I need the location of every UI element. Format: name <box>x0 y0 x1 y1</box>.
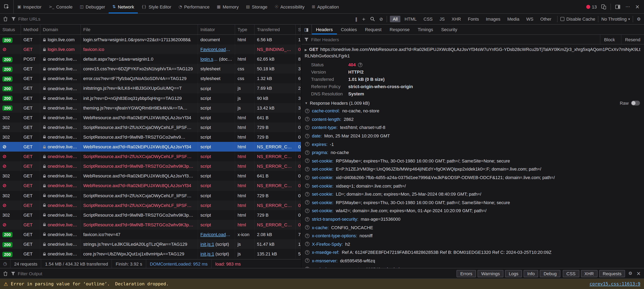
request-row[interactable]: 200 POST onedrive.live… default.aspx?apr… <box>0 54 301 64</box>
pick-element-button[interactable] <box>0 0 14 13</box>
request-row[interactable]: ⊘ GET onedrive.live… WebResource.axd?d=R… <box>0 142 301 152</box>
type-filter-fonts[interactable]: Fonts <box>465 16 482 22</box>
clear-console-button[interactable] <box>2 271 8 276</box>
console-filter-logs[interactable]: Logs <box>505 270 522 277</box>
tab-accessibility[interactable]: ☉Accessibility <box>271 0 308 13</box>
close-console-button[interactable]: × <box>636 270 642 276</box>
menu-button[interactable]: ⋯ <box>624 4 631 9</box>
filter-urls-input[interactable] <box>18 17 352 22</box>
detail-tab-cookies[interactable]: Cookies <box>337 25 361 34</box>
response-header-row[interactable]: ?set-cookie:RPSMaybe=; expires=Thu, 30-O… <box>305 157 644 165</box>
tab-memory[interactable]: ▦Memory <box>213 0 242 13</box>
response-header-row[interactable]: ?content-type:text/html; charset=utf-8 <box>305 123 644 132</box>
detail-tab-headers[interactable]: Headers <box>312 25 337 34</box>
tab-application[interactable]: ⊞Application <box>308 0 342 13</box>
column-header-status[interactable]: Status <box>0 25 21 34</box>
console-filter-errors[interactable]: Errors <box>456 270 476 277</box>
request-row[interactable]: 302 GET onedrive.live… ScriptResource.ax… <box>0 210 301 220</box>
help-icon[interactable]: ? <box>305 109 310 113</box>
console-filter-xhr[interactable]: XHR <box>581 270 597 277</box>
response-header-row[interactable]: ?set-cookie:xid=d40bb266-7fbb-4d55-a24a-… <box>305 173 644 182</box>
type-filter-css[interactable]: CSS <box>421 16 436 22</box>
request-row[interactable]: 200 GET onedrive.live… core.js?rev=UbZ/W… <box>0 249 301 259</box>
help-icon[interactable]: ? <box>305 233 310 238</box>
response-header-row[interactable]: ?expires:-1 <box>305 140 644 148</box>
response-header-row[interactable]: ?x-cache:CONFIG_NOCACHE <box>305 223 644 232</box>
dock-side-button[interactable] <box>614 4 621 9</box>
detail-tab-response[interactable]: Response <box>386 25 414 34</box>
column-header-domain[interactable]: Domain <box>40 25 81 34</box>
tab-network[interactable]: ⇅Network <box>109 0 138 13</box>
response-header-row[interactable]: ?x-content-type-options:nosniff <box>305 232 644 240</box>
request-row[interactable]: 200 GET onedrive.live… strings.js?rev=Le… <box>0 239 301 249</box>
type-filter-all[interactable]: All <box>390 16 400 22</box>
request-row[interactable]: 302 GET onedrive.live… ScriptResource.ax… <box>0 132 301 142</box>
response-headers-section-header[interactable]: ▼ Response Headers (1.009 kB) Raw <box>302 99 644 107</box>
column-header-file[interactable]: File <box>81 25 198 34</box>
response-header-row[interactable]: ?set-cookie:LD=; domain=.live.com; expir… <box>305 190 644 198</box>
request-row[interactable]: 302 GET onedrive.live… WebResource.axd?d… <box>0 171 301 181</box>
help-icon[interactable]: ? <box>305 117 310 121</box>
console-filter-warnings[interactable]: Warnings <box>478 270 504 277</box>
help-icon[interactable]: ? <box>305 142 310 146</box>
filter-headers-input[interactable] <box>311 37 598 42</box>
filter-output-input[interactable] <box>18 271 454 276</box>
type-filter-other[interactable]: Other <box>538 16 554 22</box>
response-header-row[interactable]: ?set-cookie:wla42=; domain=.live.com; ex… <box>305 206 644 215</box>
close-devtools-button[interactable]: × <box>634 4 640 10</box>
response-header-row[interactable]: ?x-msnserver:dc6595458-wf6zq <box>305 256 644 265</box>
error-count-badge[interactable]: 13 <box>586 4 597 9</box>
request-row[interactable]: 302 GET onedrive.live… WebResource.axd?d… <box>0 113 301 122</box>
performance-analysis-button[interactable]: ◷ <box>0 259 10 268</box>
column-header-method[interactable]: Method <box>21 25 40 34</box>
type-filter-ws[interactable]: WS <box>524 16 536 22</box>
detail-tab-security[interactable]: Security <box>437 25 462 34</box>
throttling-dropdown[interactable]: No Throttling ▾ <box>602 17 630 22</box>
tab-console[interactable]: >_Console <box>45 0 76 13</box>
request-row[interactable]: 200 GET onedrive.live… theming.js?rev=xj… <box>0 103 301 113</box>
response-header-row[interactable]: ?date:Mon, 25 Mar 2024 10:20:09 GMT <box>305 132 644 140</box>
response-header-row[interactable]: ?set-cookie:xidseq=1; domain=.live.com; … <box>305 182 644 190</box>
search-button[interactable] <box>369 17 376 22</box>
help-icon[interactable]: ? <box>305 183 310 188</box>
request-row[interactable]: 200 GET onedrive.live… initstrings.js?re… <box>0 84 301 93</box>
request-row[interactable]: 302 GET onedrive.live… ScriptResource.ax… <box>0 122 301 132</box>
network-settings-button[interactable]: ⚙ <box>636 16 642 22</box>
help-icon[interactable]: ? <box>358 63 362 67</box>
help-icon[interactable]: ? <box>305 175 310 180</box>
type-filter-js[interactable]: JS <box>437 16 448 22</box>
source-link[interactable]: corev15.css:11613:9 <box>590 281 640 286</box>
pause-recording-button[interactable]: ‖ <box>354 16 358 22</box>
expand-panel-button[interactable]: ◨ <box>302 25 312 34</box>
help-icon[interactable]: ? <box>305 242 310 246</box>
detail-tab-request[interactable]: Request <box>361 25 386 34</box>
help-icon[interactable]: ? <box>305 125 310 130</box>
type-filter-xhr[interactable]: XHR <box>449 16 464 22</box>
help-icon[interactable]: ? <box>305 159 310 163</box>
request-row[interactable]: 200 GET login.live.com login.srf?wa=wsig… <box>0 35 301 45</box>
tab-storage[interactable]: ▤Storage <box>242 0 271 13</box>
response-header-row[interactable]: ?content-length:2862 <box>305 115 644 123</box>
initiator-link[interactable]: init.js:1 <box>200 242 214 246</box>
request-row[interactable]: 200 GET onedrive.live… init.js?rev=D+nGj… <box>0 93 301 103</box>
detail-tab-timings[interactable]: Timings <box>414 25 437 34</box>
console-settings-button[interactable]: ⚙ <box>628 271 633 276</box>
help-icon[interactable]: ? <box>305 225 310 230</box>
help-icon[interactable]: ? <box>305 150 310 155</box>
request-row[interactable]: ⊘ GET onedrive.live… ScriptResource.axd?… <box>0 152 301 161</box>
help-icon[interactable]: ? <box>305 217 310 221</box>
response-header-row[interactable]: ?X-Firefox-Spdy:h2 <box>305 240 644 248</box>
response-header-row[interactable]: ?set-cookie:E=P:h1ZEJrVM3Ig=:UnQ96JZIb/M… <box>305 165 644 173</box>
request-row[interactable]: 302 GET onedrive.live… ScriptResource.ax… <box>0 191 301 200</box>
column-header-initiator[interactable]: Initiator <box>198 25 235 34</box>
initiator-link[interactable]: init.js:1 <box>200 251 214 256</box>
type-filter-html[interactable]: HTML <box>402 16 420 22</box>
console-warning-message[interactable]: ⚠ Error in parsing value for ‘outline’. … <box>0 279 644 289</box>
response-header-row[interactable]: ?pragma:no-cache <box>305 148 644 157</box>
request-row[interactable]: ⊘ GET onedrive.live… WebResource.axd?d=R… <box>0 181 301 191</box>
console-filter-requests[interactable]: Requests <box>599 270 625 277</box>
request-row[interactable]: 200 GET onedrive.live… error.css?rev=tF7… <box>0 74 301 84</box>
request-url-row[interactable]: ▶GEThttps://onedrive.live.com/WebResourc… <box>302 45 644 60</box>
resend-button[interactable]: Resend <box>621 35 644 44</box>
tab-inspector[interactable]: ▣Inspector <box>14 0 45 13</box>
